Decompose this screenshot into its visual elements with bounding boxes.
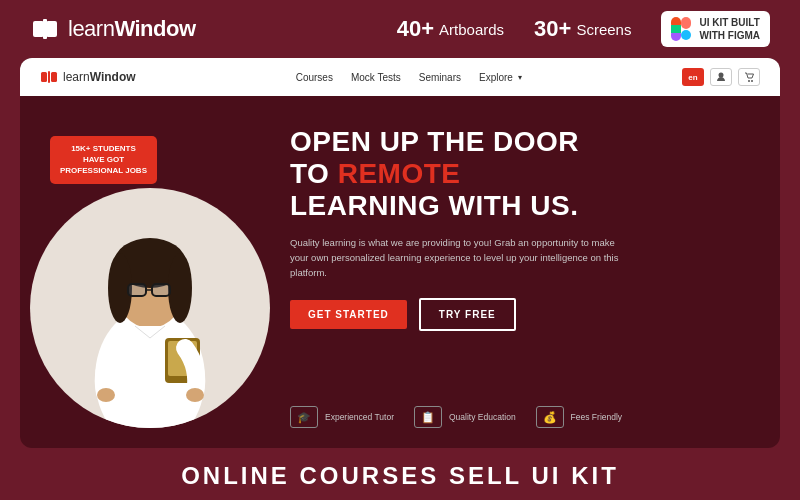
- svg-rect-1: [46, 21, 57, 37]
- figma-badge-text: UI KIT BUILT WITH FIGMA: [699, 16, 760, 42]
- svg-rect-4: [681, 17, 691, 29]
- hero-section: 15K+ STUDENTS HAVE GOT PROFESSIONAL JOBS: [20, 96, 780, 448]
- banner-stats: 40+ Artboards 30+ Screens UI KIT BUILT W…: [397, 11, 770, 47]
- artboards-number: 40+: [397, 16, 434, 42]
- svg-rect-19: [128, 284, 146, 296]
- student-badge: 15K+ STUDENTS HAVE GOT PROFESSIONAL JOBS: [50, 136, 157, 184]
- figma-badge: UI KIT BUILT WITH FIGMA: [661, 11, 770, 47]
- education-icon: 📋: [414, 406, 442, 428]
- hero-title-highlight: REMOTE: [338, 158, 461, 189]
- cart-icon: [744, 72, 754, 82]
- hero-subtitle: Quality learning is what we are providin…: [290, 235, 620, 281]
- svg-rect-7: [671, 25, 681, 33]
- nav-explore[interactable]: Explore ▾: [479, 72, 522, 83]
- svg-rect-2: [43, 19, 47, 39]
- logo-book-icon: [30, 17, 60, 41]
- bottom-page-title: ONLINE COURSES SELL UI KIT: [0, 448, 800, 500]
- figma-logo-icon: [671, 17, 691, 41]
- main-card: learnWindow Courses Mock Tests Seminars …: [20, 58, 780, 448]
- nav-mock-tests[interactable]: Mock Tests: [351, 72, 401, 83]
- brand-logo: learnWindow: [30, 16, 196, 42]
- hero-title-line2: TO REMOTE: [290, 158, 750, 190]
- svg-point-13: [751, 80, 753, 82]
- fees-icon: 💰: [536, 406, 564, 428]
- feature-education: 📋 Quality Education: [414, 406, 516, 428]
- svg-point-11: [718, 73, 723, 78]
- site-logo-text: learnWindow: [63, 70, 136, 84]
- nav-login-button[interactable]: [710, 68, 732, 86]
- person-figure: [60, 208, 240, 428]
- svg-point-12: [748, 80, 750, 82]
- hero-title-line1: OPEN UP THE DOOR: [290, 126, 750, 158]
- nav-links: Courses Mock Tests Seminars Explore ▾: [296, 72, 522, 83]
- nav-cart-button[interactable]: [738, 68, 760, 86]
- hero-buttons: GET STARTED TRY FREE: [290, 298, 750, 331]
- hero-title: OPEN UP THE DOOR TO REMOTE LEARNING WITH…: [290, 126, 750, 223]
- top-banner: learnWindow 40+ Artboards 30+ Screens UI…: [0, 0, 800, 58]
- svg-point-6: [681, 30, 691, 40]
- svg-rect-20: [152, 284, 170, 296]
- brand-name-text: learnWindow: [68, 16, 196, 42]
- stat-artboards: 40+ Artboards: [397, 16, 504, 42]
- feature-fees-label: Fees Friendly: [571, 412, 623, 422]
- login-icon: [716, 72, 726, 82]
- svg-point-18: [168, 253, 192, 323]
- site-logo-icon: [40, 70, 58, 84]
- site-logo: learnWindow: [40, 70, 136, 84]
- nav-seminars[interactable]: Seminars: [419, 72, 461, 83]
- person-circle: [30, 188, 270, 428]
- hero-title-line3: LEARNING WITH US.: [290, 190, 750, 222]
- features-row: 🎓 Experienced Tutor 📋 Quality Education …: [290, 406, 750, 428]
- screens-number: 30+: [534, 16, 571, 42]
- feature-education-label: Quality Education: [449, 412, 516, 422]
- site-navbar: learnWindow Courses Mock Tests Seminars …: [20, 58, 780, 96]
- tutor-icon: 🎓: [290, 406, 318, 428]
- svg-rect-10: [48, 71, 50, 83]
- nav-courses[interactable]: Courses: [296, 72, 333, 83]
- nav-lang-button[interactable]: en: [682, 68, 704, 86]
- feature-fees: 💰 Fees Friendly: [536, 406, 623, 428]
- try-free-button[interactable]: TRY FREE: [419, 298, 516, 331]
- feature-tutor-label: Experienced Tutor: [325, 412, 394, 422]
- screens-label: Screens: [576, 21, 631, 38]
- svg-point-24: [97, 388, 115, 402]
- feature-tutor: 🎓 Experienced Tutor: [290, 406, 394, 428]
- stat-screens: 30+ Screens: [534, 16, 631, 42]
- hero-content: OPEN UP THE DOOR TO REMOTE LEARNING WITH…: [270, 96, 780, 448]
- svg-rect-9: [51, 72, 57, 82]
- get-started-button[interactable]: GET STARTED: [290, 300, 407, 329]
- artboards-label: Artboards: [439, 21, 504, 38]
- chevron-down-icon: ▾: [518, 73, 522, 82]
- svg-rect-0: [33, 21, 44, 37]
- nav-actions: en: [682, 68, 760, 86]
- svg-rect-8: [41, 72, 47, 82]
- svg-point-25: [186, 388, 204, 402]
